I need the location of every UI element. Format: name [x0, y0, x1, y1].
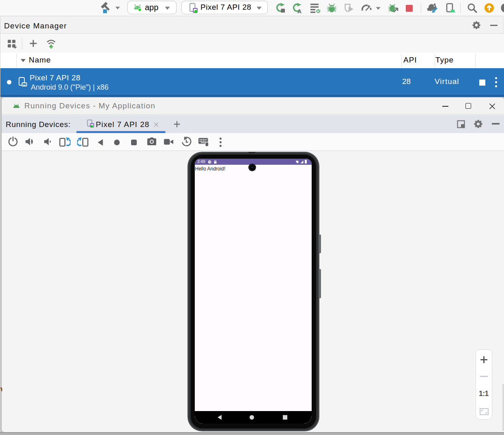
svg-text:A: A [297, 8, 302, 14]
